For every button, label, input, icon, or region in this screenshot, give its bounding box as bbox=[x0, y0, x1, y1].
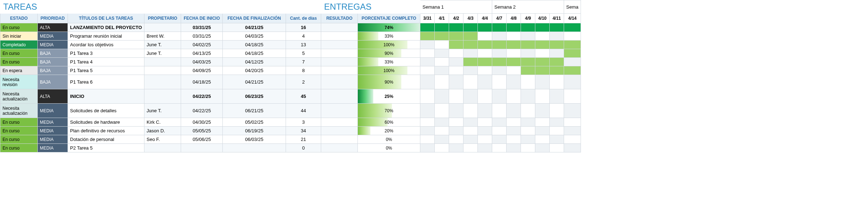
gantt-cell[interactable] bbox=[420, 89, 435, 104]
gantt-cell[interactable] bbox=[463, 89, 478, 104]
day-header[interactable]: 4/3 bbox=[463, 14, 478, 23]
col-header-pct[interactable]: PORCENTAJE COMPLETO bbox=[358, 14, 420, 23]
status-cell[interactable]: En espera bbox=[0, 66, 38, 75]
end-date[interactable]: 04/21/25 bbox=[223, 23, 286, 32]
gantt-cell[interactable] bbox=[507, 89, 521, 104]
gantt-cell[interactable] bbox=[507, 135, 521, 144]
col-header-titulos[interactable]: TÍTULOS DE LAS TAREAS bbox=[68, 14, 144, 23]
start-date[interactable]: 04/22/25 bbox=[181, 104, 223, 118]
gantt-cell[interactable] bbox=[492, 58, 507, 66]
start-date[interactable]: 04/22/25 bbox=[181, 89, 223, 104]
gantt-cell[interactable] bbox=[564, 49, 581, 58]
days-cell[interactable]: 45 bbox=[286, 89, 321, 104]
gantt-cell[interactable] bbox=[535, 127, 550, 135]
gantt-cell[interactable] bbox=[478, 118, 492, 127]
result-cell[interactable] bbox=[321, 66, 358, 75]
percent-cell[interactable]: 90% bbox=[358, 75, 420, 89]
result-cell[interactable] bbox=[321, 144, 358, 152]
status-cell[interactable]: En curso bbox=[0, 58, 38, 66]
gantt-cell[interactable] bbox=[435, 32, 449, 41]
gantt-cell[interactable] bbox=[463, 32, 478, 41]
owner-cell[interactable] bbox=[144, 89, 181, 104]
task-title[interactable]: Acordar los objetivos bbox=[68, 41, 144, 49]
gantt-cell[interactable] bbox=[535, 23, 550, 32]
gantt-cell[interactable] bbox=[420, 49, 435, 58]
priority-cell[interactable]: BAJA bbox=[38, 49, 68, 58]
gantt-cell[interactable] bbox=[564, 144, 581, 152]
gantt-cell[interactable] bbox=[521, 49, 535, 58]
owner-cell[interactable]: June T. bbox=[144, 104, 181, 118]
gantt-cell[interactable] bbox=[420, 127, 435, 135]
gantt-cell[interactable] bbox=[435, 127, 449, 135]
gantt-cell[interactable] bbox=[449, 104, 463, 118]
end-date[interactable] bbox=[223, 144, 286, 152]
day-header[interactable]: 4/2 bbox=[449, 14, 463, 23]
result-cell[interactable] bbox=[321, 58, 358, 66]
gantt-cell[interactable] bbox=[492, 66, 507, 75]
gantt-cell[interactable] bbox=[435, 89, 449, 104]
gantt-cell[interactable] bbox=[550, 66, 564, 75]
gantt-cell[interactable] bbox=[521, 32, 535, 41]
result-cell[interactable] bbox=[321, 135, 358, 144]
owner-cell[interactable] bbox=[144, 66, 181, 75]
gantt-cell[interactable] bbox=[521, 127, 535, 135]
priority-cell[interactable]: BAJA bbox=[38, 58, 68, 66]
owner-cell[interactable]: Kirk C. bbox=[144, 118, 181, 127]
owner-cell[interactable]: Seo F. bbox=[144, 135, 181, 144]
priority-cell[interactable]: MEDIA bbox=[38, 104, 68, 118]
table-row[interactable]: Necesita revisiónBAJAP1 Tarea 604/18/250… bbox=[0, 75, 581, 89]
day-header[interactable]: 4/10 bbox=[535, 14, 550, 23]
table-row[interactable]: En cursoALTALANZAMIENTO DEL PROYECTO03/3… bbox=[0, 23, 581, 32]
gantt-cell[interactable] bbox=[449, 41, 463, 49]
gantt-cell[interactable] bbox=[535, 135, 550, 144]
status-cell[interactable]: En curso bbox=[0, 144, 38, 152]
gantt-cell[interactable] bbox=[492, 89, 507, 104]
task-title[interactable]: Solicitudes de hardware bbox=[68, 118, 144, 127]
end-date[interactable]: 06/19/25 bbox=[223, 127, 286, 135]
task-title[interactable]: P1 Tarea 6 bbox=[68, 75, 144, 89]
gantt-cell[interactable] bbox=[449, 75, 463, 89]
percent-cell[interactable]: 0% bbox=[358, 144, 420, 152]
result-cell[interactable] bbox=[321, 118, 358, 127]
gantt-cell[interactable] bbox=[535, 58, 550, 66]
gantt-cell[interactable] bbox=[435, 49, 449, 58]
gantt-cell[interactable] bbox=[420, 118, 435, 127]
gantt-cell[interactable] bbox=[521, 41, 535, 49]
status-cell[interactable]: En curso bbox=[0, 127, 38, 135]
table-row[interactable]: En cursoBAJAP1 Tarea 3June T.04/13/2504/… bbox=[0, 49, 581, 58]
table-row[interactable]: Necesita actualizaciónMEDIASolicitudes d… bbox=[0, 104, 581, 118]
gantt-cell[interactable] bbox=[521, 104, 535, 118]
days-cell[interactable]: 8 bbox=[286, 66, 321, 75]
gantt-cell[interactable] bbox=[420, 66, 435, 75]
start-date[interactable]: 04/30/25 bbox=[181, 118, 223, 127]
gantt-cell[interactable] bbox=[564, 23, 581, 32]
gantt-cell[interactable] bbox=[507, 41, 521, 49]
days-cell[interactable]: 16 bbox=[286, 23, 321, 32]
gantt-cell[interactable] bbox=[420, 75, 435, 89]
gantt-cell[interactable] bbox=[507, 58, 521, 66]
gantt-cell[interactable] bbox=[564, 32, 581, 41]
percent-cell[interactable]: 100% bbox=[358, 66, 420, 75]
priority-cell[interactable]: MEDIA bbox=[38, 118, 68, 127]
priority-cell[interactable]: ALTA bbox=[38, 23, 68, 32]
priority-cell[interactable]: MEDIA bbox=[38, 41, 68, 49]
days-cell[interactable]: 2 bbox=[286, 75, 321, 89]
end-date[interactable]: 04/21/25 bbox=[223, 75, 286, 89]
owner-cell[interactable] bbox=[144, 23, 181, 32]
status-cell[interactable]: Necesita actualización bbox=[0, 104, 38, 118]
day-header[interactable]: 4/7 bbox=[492, 14, 507, 23]
start-date[interactable]: 04/09/25 bbox=[181, 66, 223, 75]
priority-cell[interactable]: MEDIA bbox=[38, 144, 68, 152]
gantt-cell[interactable] bbox=[564, 41, 581, 49]
day-header[interactable]: 4/9 bbox=[521, 14, 535, 23]
day-header[interactable]: 4/11 bbox=[550, 14, 564, 23]
table-row[interactable]: En cursoMEDIADotación de personalSeo F.0… bbox=[0, 135, 581, 144]
start-date[interactable]: 03/31/25 bbox=[181, 32, 223, 41]
col-header-dias[interactable]: Cant. de días bbox=[286, 14, 321, 23]
status-cell[interactable]: Sin iniciar bbox=[0, 32, 38, 41]
gantt-cell[interactable] bbox=[478, 58, 492, 66]
gantt-cell[interactable] bbox=[463, 118, 478, 127]
status-cell[interactable]: En curso bbox=[0, 23, 38, 32]
gantt-cell[interactable] bbox=[435, 135, 449, 144]
result-cell[interactable] bbox=[321, 89, 358, 104]
